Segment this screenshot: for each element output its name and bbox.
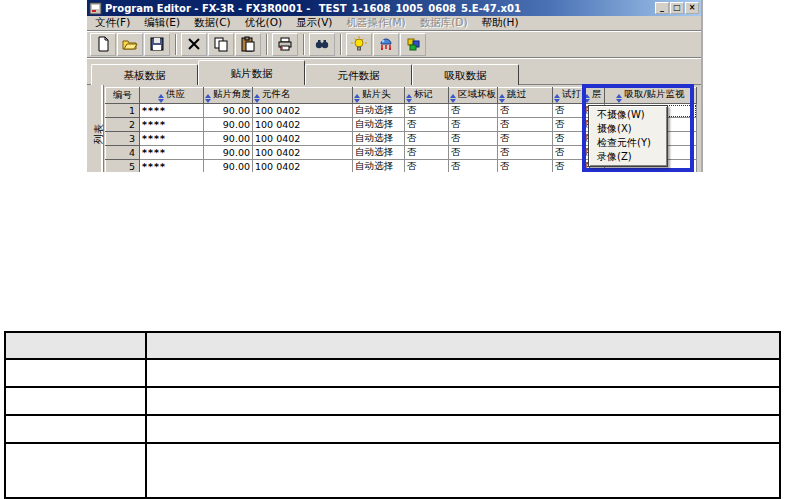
angle-cell[interactable]: 90.00 xyxy=(204,118,253,132)
col-header-angle[interactable]: 贴片角度 xyxy=(204,88,253,104)
supply-cell[interactable]: **** xyxy=(140,132,204,146)
tab-pickup-data[interactable]: 吸取数据 xyxy=(412,64,519,85)
skip-cell[interactable]: 否 xyxy=(498,160,553,173)
col-header-head[interactable]: 贴片头 xyxy=(353,88,405,104)
bottom-cell xyxy=(146,387,780,415)
print-button[interactable] xyxy=(272,33,298,56)
menu-data[interactable]: 数据(C) xyxy=(187,15,238,31)
machine-diagram-button[interactable] xyxy=(373,33,399,56)
tab-board-data[interactable]: 基板数据 xyxy=(91,64,198,85)
sort-icon xyxy=(254,94,260,103)
delete-button[interactable] xyxy=(181,33,207,56)
bottom-cell xyxy=(5,387,146,415)
bad-board-cell[interactable]: 否 xyxy=(449,132,498,146)
col-header-mark[interactable]: 标记 xyxy=(405,88,449,104)
supply-cell[interactable]: **** xyxy=(140,160,204,173)
tab-component-data[interactable]: 元件数据 xyxy=(305,64,412,85)
tab-placement-data[interactable]: 贴片数据 xyxy=(198,60,305,85)
col-header-bad-board[interactable]: 区域坏板 xyxy=(449,88,498,104)
head-cell[interactable]: 自动选择 xyxy=(353,118,405,132)
row-number-cell[interactable]: 1 xyxy=(106,104,140,118)
supply-cell[interactable]: **** xyxy=(140,146,204,160)
menu-edit[interactable]: 编辑(E) xyxy=(137,15,187,31)
new-button[interactable] xyxy=(90,33,116,56)
menu-machine-operation: 机器操作(M) xyxy=(339,15,412,31)
optimize-button[interactable] xyxy=(346,33,372,56)
row-number-cell[interactable]: 5 xyxy=(106,160,140,173)
row-number-cell[interactable]: 3 xyxy=(106,132,140,146)
paste-button[interactable] xyxy=(235,33,261,56)
col-header-layer[interactable]: 层 xyxy=(583,88,605,104)
bottom-header-cell xyxy=(5,332,146,359)
minimize-button[interactable]: _ xyxy=(655,2,669,14)
angle-cell[interactable]: 90.00 xyxy=(204,132,253,146)
bad-board-cell[interactable]: 否 xyxy=(449,160,498,173)
part-name-cell[interactable]: 100 0402 xyxy=(253,160,353,173)
supply-cell[interactable]: **** xyxy=(140,118,204,132)
bad-board-cell[interactable]: 否 xyxy=(449,104,498,118)
trial-cell[interactable]: 否 xyxy=(553,146,583,160)
trial-cell[interactable]: 否 xyxy=(553,104,583,118)
open-folder-icon xyxy=(122,36,138,52)
mark-cell[interactable]: 否 xyxy=(405,104,449,118)
head-cell[interactable]: 自动选择 xyxy=(353,104,405,118)
mark-cell[interactable]: 否 xyxy=(405,146,449,160)
head-cell[interactable]: 自动选择 xyxy=(353,160,405,173)
row-number-cell[interactable]: 2 xyxy=(106,118,140,132)
menu-file[interactable]: 文件(F) xyxy=(88,15,137,31)
col-header-skip[interactable]: 跳过 xyxy=(498,88,553,104)
colored-parts-button[interactable] xyxy=(400,33,426,56)
angle-cell[interactable]: 90.00 xyxy=(204,146,253,160)
open-button[interactable] xyxy=(117,33,143,56)
col-header-trial[interactable]: 试打 xyxy=(553,88,583,104)
menu-item-no-camera[interactable]: 不摄像(W) xyxy=(589,108,667,122)
part-name-cell[interactable]: 100 0402 xyxy=(253,104,353,118)
menu-optimize[interactable]: 优化(O) xyxy=(238,15,289,31)
find-button[interactable] xyxy=(309,33,335,56)
mark-cell[interactable]: 否 xyxy=(405,132,449,146)
mark-cell[interactable]: 否 xyxy=(405,118,449,132)
bad-board-cell[interactable]: 否 xyxy=(449,118,498,132)
trial-cell[interactable]: 否 xyxy=(553,132,583,146)
sort-icon xyxy=(158,94,164,103)
bottom-header-cell xyxy=(146,332,780,359)
new-document-icon xyxy=(95,36,111,52)
angle-cell[interactable]: 90.00 xyxy=(204,160,253,173)
maximize-button[interactable]: □ xyxy=(670,2,684,14)
skip-cell[interactable]: 否 xyxy=(498,104,553,118)
head-cell[interactable]: 自动选择 xyxy=(353,132,405,146)
copy-button[interactable] xyxy=(208,33,234,56)
menubar: 文件(F) 编辑(E) 数据(C) 优化(O) 显示(V) 机器操作(M) 数据… xyxy=(87,16,701,31)
skip-cell[interactable]: 否 xyxy=(498,146,553,160)
sort-icon xyxy=(354,94,360,103)
part-name-cell[interactable]: 100 0402 xyxy=(253,132,353,146)
mark-cell[interactable]: 否 xyxy=(405,160,449,173)
bottom-table xyxy=(4,331,781,499)
skip-cell[interactable]: 否 xyxy=(498,118,553,132)
trial-cell[interactable]: 否 xyxy=(553,160,583,173)
supply-cell[interactable]: **** xyxy=(140,104,204,118)
menu-item-record[interactable]: 录像(Z) xyxy=(589,150,667,164)
menu-help[interactable]: 帮助(H) xyxy=(475,15,526,31)
col-header-part-name[interactable]: 元件名 xyxy=(253,88,353,104)
part-name-cell[interactable]: 100 0402 xyxy=(253,146,353,160)
col-header-monitor[interactable]: 吸取/贴片监视 xyxy=(605,88,697,104)
angle-cell[interactable]: 90.00 xyxy=(204,104,253,118)
bad-board-cell[interactable]: 否 xyxy=(449,146,498,160)
part-name-cell[interactable]: 100 0402 xyxy=(253,118,353,132)
delete-x-icon xyxy=(186,36,202,52)
trial-cell[interactable]: 否 xyxy=(553,118,583,132)
close-button[interactable]: × xyxy=(685,2,699,14)
menu-item-camera[interactable]: 摄像(X) xyxy=(589,122,667,136)
sort-icon xyxy=(499,94,505,103)
skip-cell[interactable]: 否 xyxy=(498,132,553,146)
menu-item-check-part[interactable]: 检查元件(Y) xyxy=(589,136,667,150)
head-cell[interactable]: 自动选择 xyxy=(353,146,405,160)
binoculars-search-icon xyxy=(314,36,330,52)
menu-view[interactable]: 显示(V) xyxy=(289,15,339,31)
col-header-supply[interactable]: 供应 xyxy=(140,88,204,104)
sort-icon xyxy=(554,94,560,103)
save-button[interactable] xyxy=(144,33,170,56)
row-number-cell[interactable]: 4 xyxy=(106,146,140,160)
col-header-number[interactable]: 编号 xyxy=(106,88,140,104)
